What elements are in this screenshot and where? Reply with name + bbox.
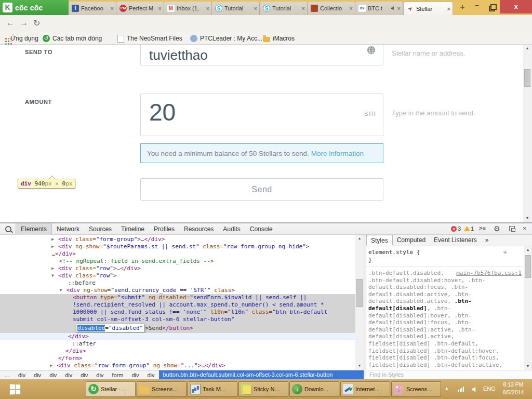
css-selector-line[interactable]: default[disabled]:active, .btn- <box>368 326 524 334</box>
elements-scrollbar-thumb[interactable] <box>356 279 363 307</box>
css-selector-line[interactable]: default.disabled:focus, .btn- <box>368 284 524 291</box>
taskbar-button-notes[interactable]: Sticky N... <box>238 381 288 397</box>
scroll-down-arrow[interactable]: ▼ <box>524 364 532 368</box>
devtools-tab-resources[interactable]: Resources <box>179 223 218 235</box>
breadcrumb-item[interactable]: … <box>0 372 14 378</box>
breadcrumb-item[interactable]: form <box>108 372 127 378</box>
dom-tree-line[interactable]: submit col-sm-offset-3 col-sm-6 stellar-… <box>0 316 355 323</box>
page-scrollbar-thumb[interactable] <box>524 69 530 87</box>
bookmark-ptc[interactable]: PTCLeader : My Acc... <box>190 32 262 45</box>
page-scrollbar[interactable]: ▲ ▼ <box>523 45 532 222</box>
inspect-element-icon[interactable] <box>5 226 11 232</box>
css-selector-line[interactable]: default[disabled].active, <box>368 333 524 340</box>
taskbar-clock[interactable]: 8:13 PM 8/5/2014 <box>496 381 530 396</box>
attribute-edit-box[interactable]: disabled="disabled" <box>76 324 144 332</box>
dom-tree-line[interactable]: </form> <box>0 355 355 362</box>
dom-tree-line[interactable]: <!-- ngRepeat: field in send.extra_field… <box>0 258 355 265</box>
devtools-tab-profiles[interactable]: Profiles <box>149 223 179 235</box>
taskbar-button-tm[interactable]: Task M... <box>188 381 237 397</box>
sidebar-tab-styles[interactable]: Styles <box>366 235 393 246</box>
browser-tab-tutorial[interactable]: STutorial× <box>212 2 260 15</box>
expand-arrow-icon[interactable]: ▶ <box>51 265 54 272</box>
devtools-tab-network[interactable]: Network <box>52 223 84 235</box>
stylesheet-link[interactable]: main-7b576fba.css:1 <box>456 270 522 276</box>
tab-close-icon[interactable]: × <box>206 5 209 11</box>
forward-button[interactable]: → <box>20 18 28 28</box>
css-selector-line[interactable]: fieldset[disabled] .btn-default:active, <box>368 362 524 369</box>
css-selector-line[interactable]: default[disabled]:hover, .btn- <box>368 312 524 320</box>
bookmark-page[interactable]: The NeoSmart Files <box>117 32 182 45</box>
css-selector-line[interactable]: fieldset[disabled] .btn-default, <box>368 340 524 348</box>
element-style-selector[interactable]: element.style { <box>368 249 420 256</box>
css-selector-line[interactable]: .btn-default.disabled:hover, .btn- <box>368 277 524 284</box>
breadcrumb-item[interactable]: div <box>61 372 76 378</box>
dom-tree-line[interactable]: ::after <box>0 340 355 348</box>
dom-tree-line[interactable]: ▶<div class="form-group">…</div> <box>0 236 355 243</box>
amount-input[interactable]: 20 STR <box>140 94 383 136</box>
devtools-tab-audits[interactable]: Audits <box>218 223 245 235</box>
send-button[interactable]: Send <box>140 178 383 201</box>
add-rule-icon[interactable]: + <box>503 248 510 256</box>
tab-close-icon[interactable]: × <box>254 5 257 11</box>
volume-speaker-icon[interactable] <box>472 387 477 392</box>
styles-scrollbar-thumb[interactable] <box>525 255 531 278</box>
taskbar-button-dart[interactable]: Internet... <box>340 381 390 397</box>
dom-tree-line[interactable]: <button type="submit" ng-disabled="sendF… <box>0 294 355 301</box>
dom-tree-line[interactable]: ▼<div class="row"> <box>0 272 355 280</box>
taskbar-button-idm[interactable]: ↓Downlo... <box>289 381 339 397</box>
devtools-tab-elements[interactable]: Elements <box>16 223 52 235</box>
tab-close-icon[interactable]: × <box>350 5 353 11</box>
dom-tree-line[interactable]: ▶<div ng-show="$routeParams.st || send.s… <box>0 243 355 250</box>
sidebar-tab-computed[interactable]: Computed <box>393 235 430 246</box>
coccoc-brand[interactable]: K cốc cốc <box>0 0 69 15</box>
dom-tree-line[interactable]: ▼<div ng-show="send.currency_code == 'ST… <box>0 287 355 294</box>
language-indicator[interactable]: ENG <box>483 385 496 392</box>
breadcrumb-item[interactable]: div <box>127 372 143 378</box>
dom-tree-line[interactable]: 1000000 || send.fund_status !== 'none'" … <box>0 309 355 316</box>
dom-tree-line[interactable]: ▶<div class="row">…</div> <box>0 265 355 272</box>
scroll-down-arrow[interactable]: ▼ <box>355 364 364 367</box>
bookmark-folder[interactable]: iMacros <box>263 32 295 45</box>
expand-arrow-icon[interactable]: ▶ <box>51 236 54 243</box>
window-close-button[interactable]: x <box>500 0 532 14</box>
devtools-tab-console[interactable]: Console <box>245 223 277 235</box>
sidebar-tab--[interactable]: » <box>481 235 493 246</box>
elements-scrollbar[interactable]: ▲ ▼ <box>355 235 364 370</box>
taskbar-button-folder[interactable]: Screens... <box>137 381 187 397</box>
breadcrumb-item[interactable]: div <box>45 372 61 378</box>
tab-close-icon[interactable]: × <box>158 5 162 11</box>
more-information-link[interactable]: More information <box>311 150 364 157</box>
taskbar-button-coccoc[interactable]: ↻Stellar - ... <box>86 381 136 397</box>
collapse-arrow-icon[interactable]: ▼ <box>51 272 54 280</box>
expand-arrow-icon[interactable]: ▶ <box>51 243 54 250</box>
dom-tree-line[interactable]: ::before <box>0 280 355 287</box>
css-selector-line[interactable]: default[disabled]:focus, .btn- <box>368 319 524 326</box>
back-button[interactable]: ← <box>6 18 15 28</box>
styles-scrollbar[interactable]: ▲ ▼ <box>524 246 532 370</box>
css-selector-line[interactable]: default.disabled.active, .btn- <box>368 298 524 305</box>
css-selector-line[interactable]: .btn-default.disabled,main-7b576fba.css:… <box>368 270 524 277</box>
css-selector-line[interactable]: default[disabled], .btn- <box>368 305 524 312</box>
dom-tree-line[interactable]: </div> <box>0 333 355 340</box>
expand-arrow-icon[interactable]: ▶ <box>50 362 52 369</box>
dom-tree-line[interactable]: …</div> <box>0 250 355 258</box>
taskbar-button-palette[interactable]: Screens... <box>391 381 441 397</box>
css-selector-line[interactable]: fieldset[disabled] .btn-default:focus, <box>368 354 524 362</box>
browser-tab-tutorial[interactable]: STutorial× <box>260 2 308 15</box>
new-tab-button[interactable]: + <box>457 3 468 12</box>
start-button[interactable] <box>0 379 30 399</box>
css-selector-line[interactable]: fieldset[disabled] .btn-default:hover, <box>368 348 524 355</box>
browser-tab-inbox-1-[interactable]: MInbox (1,× <box>164 2 212 15</box>
dom-tree-line[interactable]: ▶<div class="row form-group" ng-show="..… <box>0 362 355 369</box>
bookmark-hist[interactable]: ↺Các tab mới đóng <box>43 32 102 45</box>
window-restore-button[interactable] <box>486 0 499 14</box>
breadcrumb-item[interactable]: div <box>30 372 45 378</box>
tab-close-icon[interactable]: × <box>302 5 305 11</box>
devtools-tab-timeline[interactable]: Timeline <box>116 223 149 235</box>
reload-button[interactable]: ↻ <box>33 18 40 28</box>
dom-tree-line[interactable]: disabled="disabled">Send</button> <box>0 323 355 333</box>
scroll-up-arrow[interactable]: ▲ <box>524 248 532 251</box>
breadcrumb-selected[interactable]: button.btn.btn-default.submit.col-sm-off… <box>159 370 364 379</box>
browser-tab-collectio[interactable]: Collectio× <box>308 2 355 15</box>
breadcrumb-item[interactable]: div <box>92 372 108 378</box>
